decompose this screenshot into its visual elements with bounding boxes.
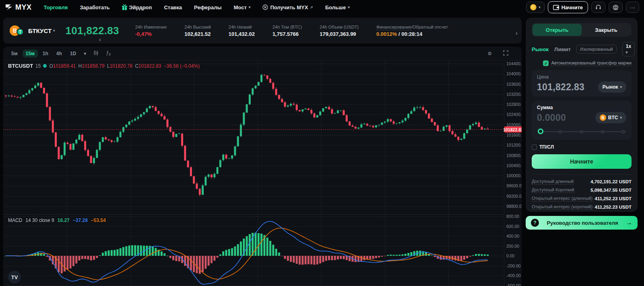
margin-mode-button[interactable]: Изолированный	[576, 45, 617, 54]
axis-label: 800.00	[506, 214, 519, 219]
slider-handle[interactable]	[538, 128, 543, 134]
nav-menu: Торговля Заработать Эйрдроп Ставка Рефер…	[44, 4, 526, 10]
stat-funding: Финансирование/Обратный отсчет 0.0012% /…	[376, 25, 448, 37]
top-navigation: MYX Торговля Заработать Эйрдроп Ставка Р…	[0, 0, 644, 15]
stat-low: 24h Низкий 101,432.02	[229, 25, 255, 37]
nav-item-referrals[interactable]: Рефералы	[194, 4, 222, 10]
user-guide-banner[interactable]: ? Руководство пользователя →	[526, 216, 638, 230]
support-button[interactable]	[591, 2, 605, 13]
panel-stats: Доступный длинный 4,702,191.22 USDT Дост…	[532, 179, 632, 212]
wallet-icon	[553, 5, 559, 10]
axis-label: 0.00	[506, 253, 514, 258]
auto-transfer-checkbox[interactable]: ✓	[543, 60, 549, 66]
tpsl-label: ТП/СЛ	[539, 144, 554, 150]
pair-token-icons: B T	[10, 25, 25, 36]
stat-available-short: Доступный Короткий 5,098,347.55 USDT	[532, 187, 632, 193]
chevron-down-icon[interactable]: ▾	[53, 29, 55, 33]
stat-open-interest-short: Открытый интерес (короткий) 411,252.23 U…	[532, 204, 632, 210]
indicators-icon[interactable]: ƒx	[103, 50, 114, 56]
axis-label: 104400.00	[506, 61, 522, 66]
carousel-prev-icon[interactable]: ‹	[99, 36, 101, 43]
chart-area: BTCUSDT 15 O101859.41 H101858.79 L101820…	[3, 60, 522, 286]
macd-legend: MACD 14 30 close 9 16.27 −37.28 −53.54	[8, 218, 106, 223]
slider-tick-50[interactable]	[580, 130, 583, 133]
tab-close[interactable]: Закрыть	[582, 24, 631, 36]
price-axis[interactable]: 104400.00104000.00103600.00103200.001028…	[504, 60, 522, 286]
ellipsis-icon: ···	[630, 4, 635, 10]
asset-selector[interactable]: BBTC▾	[595, 112, 626, 123]
axis-label: 100400.00	[506, 163, 522, 168]
timeframe-1d[interactable]: 1D	[67, 50, 79, 58]
main-layout: B T БТКУСТ ▾ 101,822.83 24h Изменение -0…	[0, 15, 644, 286]
axis-label: -400.00	[506, 273, 521, 278]
slider-tick-100[interactable]	[622, 130, 625, 133]
timeframe-4h[interactable]: 4h	[53, 50, 65, 58]
axis-label: 100800.00	[506, 153, 522, 158]
last-price-tag: 101822.83	[504, 126, 522, 133]
connect-wallet-button[interactable]: Начните	[548, 1, 588, 13]
auto-transfer-label[interactable]: Автоматизированный трансфер маржи	[551, 60, 632, 66]
live-indicator-icon	[43, 64, 47, 68]
leverage-button[interactable]: 1x ▾	[622, 42, 635, 56]
nav-actions: ▾ Начните ···	[526, 1, 639, 13]
axis-label: 102800.00	[506, 102, 522, 107]
coin-icon	[530, 4, 537, 10]
more-options-button[interactable]: ···	[626, 2, 639, 13]
candle-style-icon[interactable]	[91, 50, 101, 57]
nav-item-trade[interactable]: Торговля	[44, 4, 68, 10]
globe-icon	[613, 4, 619, 10]
price-input[interactable]: 101,822.83	[537, 82, 584, 93]
myx-logo-icon	[5, 3, 13, 11]
chart-settings-icon[interactable]: ⚙	[485, 51, 495, 56]
pair-name[interactable]: БТКУСТ	[28, 27, 52, 34]
chevron-down-icon[interactable]: ▾	[81, 51, 89, 56]
axis-label: 103200.00	[506, 92, 522, 97]
logo-text: MYX	[15, 3, 32, 12]
fullscreen-icon[interactable]	[500, 50, 511, 57]
amount-slider[interactable]	[538, 128, 625, 135]
axis-label: 600.00	[506, 224, 519, 229]
timeframe-1h[interactable]: 1h	[39, 50, 52, 58]
currency-selector[interactable]: ▾	[526, 2, 545, 13]
axis-label: 102400.00	[506, 112, 522, 117]
tpsl-row: ТП/СЛ	[532, 144, 632, 150]
slider-tick-25[interactable]	[559, 130, 562, 133]
tab-open[interactable]: Открыть	[533, 24, 582, 36]
carousel-next-icon[interactable]: ›	[516, 29, 518, 36]
network-button[interactable]	[609, 2, 623, 13]
timeframe-5m[interactable]: 5м	[8, 50, 21, 58]
btc-icon: B	[600, 114, 606, 121]
timeframe-15m[interactable]: 15м	[23, 50, 38, 58]
side-tabs: Открыть Закрыть	[532, 23, 632, 37]
order-type-limit[interactable]: Лимит	[554, 46, 571, 52]
funding-countdown: 00:28:14	[401, 31, 422, 37]
axis-label: -600.00	[506, 283, 521, 286]
nav-item-earn[interactable]: Заработать	[80, 4, 109, 10]
axis-label: 200.00	[506, 244, 519, 249]
nav-item-airdrop[interactable]: Эйрдроп	[122, 4, 152, 10]
gift-icon	[122, 4, 127, 10]
nav-item-bridge[interactable]: Мост▾	[234, 4, 251, 10]
axis-label: 101600.00	[506, 133, 522, 137]
myx-logo[interactable]: MYX	[5, 3, 32, 12]
axis-label: 98800.00	[506, 204, 522, 209]
order-type-market[interactable]: Рынок	[532, 46, 549, 52]
nav-item-stake[interactable]: Ставка	[164, 4, 182, 10]
tradingview-logo[interactable]: TV	[8, 271, 21, 284]
price-chart-canvas[interactable]	[3, 60, 504, 286]
stat-volume-btc: 24h Том (BTC) 1,757.5766	[272, 25, 302, 37]
axis-label: 104000.00	[506, 71, 522, 76]
nav-item-more[interactable]: Больше▾	[325, 4, 350, 10]
amount-input-card: Сумма 0.0000 BBTC▾	[532, 101, 632, 140]
axis-label: 101200.00	[506, 143, 522, 147]
tpsl-checkbox[interactable]	[532, 145, 537, 150]
submit-order-button[interactable]: Начните	[532, 154, 632, 169]
price-mode-button[interactable]: Рынок▾	[598, 81, 626, 93]
nav-item-get-myx[interactable]: Получить MYX↗	[262, 4, 313, 10]
stat-available-long: Доступный длинный 4,702,191.22 USDT	[532, 179, 632, 184]
amount-input[interactable]: 0.0000	[537, 112, 566, 123]
chart-toolbar-right: ⚙	[485, 50, 517, 57]
auto-transfer-row: ✓ Автоматизированный трансфер маржи	[532, 60, 632, 66]
slider-tick-75[interactable]	[601, 130, 604, 133]
ticker-stats-bar: B T БТКУСТ ▾ 101,822.83 24h Изменение -0…	[3, 18, 522, 44]
